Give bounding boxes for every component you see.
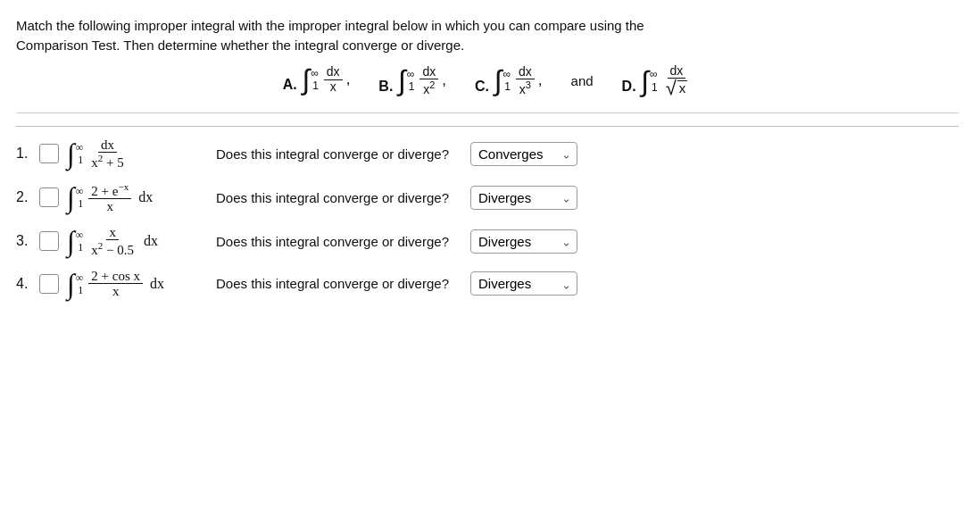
problem-3-question: Does this integral converge or diverge? bbox=[216, 234, 449, 249]
problem-3-select[interactable]: Converges Diverges bbox=[470, 229, 577, 254]
prob1-frac: dx x2 + 5 bbox=[88, 137, 126, 171]
problem-4-question: Does this integral converge or diverge? bbox=[216, 276, 449, 291]
option-a: A. ∫ ∞ 1 dx x , bbox=[283, 65, 351, 96]
limits-b: ∞ 1 bbox=[407, 68, 415, 94]
problem-4-checkbox[interactable] bbox=[39, 274, 59, 294]
problem-2-question: Does this integral converge or diverge? bbox=[216, 190, 449, 205]
problem-4-select[interactable]: Converges Diverges bbox=[470, 271, 577, 296]
option-d-label: D. bbox=[622, 79, 636, 94]
limits-d: ∞ 1 bbox=[650, 68, 658, 94]
integral-sign-c: ∫ bbox=[494, 66, 502, 95]
problem-1-checkbox[interactable] bbox=[39, 144, 59, 163]
problem-2-integral: ∫ ∞ 1 2 + e−x x dx bbox=[66, 181, 209, 214]
frac-c: dx x3 bbox=[516, 65, 535, 96]
comma-c: , bbox=[538, 70, 543, 92]
problem-3-row: 3. ∫ ∞ 1 x x2 − 0.5 dx Does this integra… bbox=[16, 225, 959, 258]
option-c-integral: ∫ ∞ 1 dx x3 , bbox=[494, 65, 543, 96]
main-divider bbox=[16, 126, 959, 127]
problem-2-select-wrapper[interactable]: Converges Diverges bbox=[470, 186, 577, 210]
frac-a: dx x bbox=[324, 65, 343, 94]
frac-b: dx x2 bbox=[419, 65, 438, 96]
integral-sign-b: ∫ bbox=[398, 66, 406, 95]
prob2-frac: 2 + e−x x bbox=[88, 181, 131, 214]
problem-1-question: Does this integral converge or diverge? bbox=[216, 146, 449, 162]
problem-4-row: 4. ∫ ∞ 1 2 + cos x x dx Does this integr… bbox=[16, 269, 959, 299]
option-b-integral: ∫ ∞ 1 dx x2 , bbox=[397, 65, 446, 96]
option-b: B. ∫ ∞ 1 dx x2 , bbox=[378, 65, 446, 97]
comma-b: , bbox=[442, 70, 446, 92]
header-line2: Comparison Test. Then determine whether … bbox=[16, 36, 959, 55]
problem-1-select[interactable]: Converges Diverges bbox=[470, 142, 577, 166]
integral-sign-d: ∫ bbox=[641, 67, 649, 96]
problem-2-row: 2. ∫ ∞ 1 2 + e−x x dx Does this integral… bbox=[16, 181, 959, 214]
option-d-integral: ∫ ∞ 1 dx √ x bbox=[640, 64, 692, 98]
limits-c: ∞ 1 bbox=[502, 68, 511, 94]
comma-a: , bbox=[346, 69, 351, 91]
problem-1-select-wrapper[interactable]: Converges Diverges bbox=[470, 142, 577, 166]
prob3-frac: x x2 − 0.5 bbox=[88, 225, 137, 258]
problem-4-number: 4. bbox=[16, 276, 32, 292]
prob4-frac: 2 + cos x x bbox=[88, 269, 143, 299]
limits-a: ∞ 1 bbox=[311, 67, 319, 93]
problem-3-number: 3. bbox=[16, 233, 32, 249]
option-a-integral: ∫ ∞ 1 dx x , bbox=[302, 65, 351, 94]
option-a-label: A. bbox=[283, 77, 297, 92]
problem-1-number: 1. bbox=[16, 146, 32, 162]
option-b-label: B. bbox=[378, 78, 393, 93]
problem-3-checkbox[interactable] bbox=[39, 231, 59, 251]
problem-1-row: 1. ∫ ∞ 1 dx x2 + 5 Does this integral co… bbox=[16, 137, 959, 171]
integral-sign-a: ∫ bbox=[303, 65, 311, 94]
options-row: A. ∫ ∞ 1 dx x , B. ∫ ∞ 1 bbox=[16, 64, 959, 98]
problem-4-select-wrapper[interactable]: Converges Diverges bbox=[470, 271, 577, 296]
problem-2-checkbox[interactable] bbox=[39, 187, 59, 207]
and-text: and bbox=[571, 71, 594, 91]
option-c-label: C. bbox=[475, 78, 489, 93]
header-line1: Match the following improper integral wi… bbox=[16, 16, 959, 36]
option-c: C. ∫ ∞ 1 dx x3 , bbox=[475, 65, 543, 97]
problem-3-integral: ∫ ∞ 1 x x2 − 0.5 dx bbox=[66, 225, 209, 258]
problem-3-select-wrapper[interactable]: Converges Diverges bbox=[470, 229, 577, 254]
problem-2-number: 2. bbox=[16, 189, 32, 205]
problem-4-integral: ∫ ∞ 1 2 + cos x x dx bbox=[66, 269, 209, 299]
sqrt-x: √ x bbox=[666, 79, 688, 98]
problem-2-select[interactable]: Converges Diverges bbox=[470, 186, 577, 210]
frac-d: dx √ x bbox=[663, 64, 691, 98]
problem-1-integral: ∫ ∞ 1 dx x2 + 5 bbox=[66, 137, 209, 171]
option-d: D. ∫ ∞ 1 dx √ x bbox=[622, 64, 693, 98]
problem-header: Match the following improper integral wi… bbox=[16, 16, 959, 113]
